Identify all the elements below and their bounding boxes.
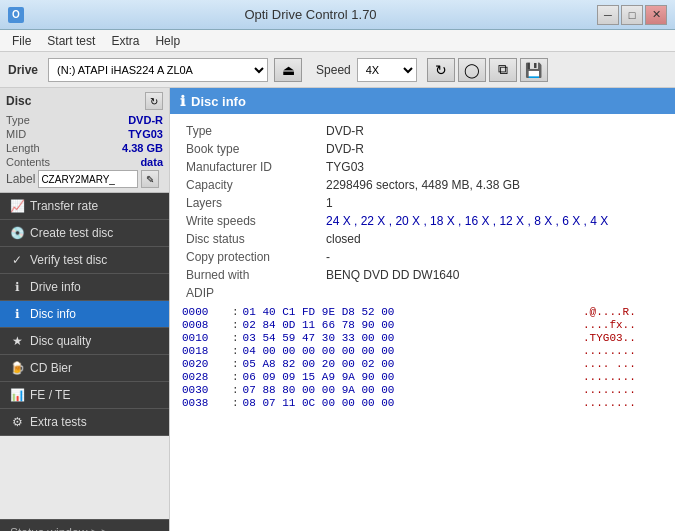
nav-disc-quality[interactable]: ★ Disc quality <box>0 328 169 355</box>
nav-verify-test-disc[interactable]: ✓ Verify test disc <box>0 247 169 274</box>
adip-row: 0038 : 08 07 11 0C 00 00 00 00........ <box>182 397 663 409</box>
info-row: Book typeDVD-R <box>182 140 663 158</box>
nav-drive-info[interactable]: ℹ Drive info <box>0 274 169 301</box>
disc-section: Disc ↻ Type DVD-R MID TYG03 Length 4.38 … <box>0 88 169 193</box>
save-button[interactable]: 💾 <box>520 58 548 82</box>
adip-row: 0030 : 07 88 80 00 00 9A 00 00........ <box>182 384 663 396</box>
menu-start-test[interactable]: Start test <box>39 32 103 50</box>
verify-test-disc-icon: ✓ <box>10 253 24 267</box>
disc-label-row: Label ✎ <box>6 170 163 188</box>
menu-bar: File Start test Extra Help <box>0 30 675 52</box>
disc-info-icon: ℹ <box>10 307 24 321</box>
adip-row: 0018 : 04 00 00 00 00 00 00 00........ <box>182 345 663 357</box>
disc-info-header-icon: ℹ <box>180 93 185 109</box>
transfer-rate-icon: 📈 <box>10 199 24 213</box>
info-row: Copy protection- <box>182 248 663 266</box>
adip-row: 0008 : 02 84 0D 11 66 78 90 00....fx.. <box>182 319 663 331</box>
eject-button[interactable]: ⏏ <box>274 58 302 82</box>
title-bar: O Opti Drive Control 1.70 ─ □ ✕ <box>0 0 675 30</box>
disc-section-title: Disc <box>6 94 31 108</box>
right-panel: ℹ Disc info TypeDVD-RBook typeDVD-RManuf… <box>170 88 675 531</box>
window-controls: ─ □ ✕ <box>597 5 667 25</box>
cd-bier-icon: 🍺 <box>10 361 24 375</box>
nav-transfer-rate[interactable]: 📈 Transfer rate <box>0 193 169 220</box>
disc-info-header: ℹ Disc info <box>170 88 675 114</box>
disc-refresh-button[interactable]: ↻ <box>145 92 163 110</box>
extra-tests-icon: ⚙ <box>10 415 24 429</box>
status-window-button[interactable]: Status window > > <box>0 519 169 531</box>
app-title: Opti Drive Control 1.70 <box>24 7 597 22</box>
disc-quality-icon: ★ <box>10 334 24 348</box>
speed-select[interactable]: 4X <box>357 58 417 82</box>
disc-info-header-title: Disc info <box>191 94 246 109</box>
info-row: TypeDVD-R <box>182 122 663 140</box>
drive-info-icon: ℹ <box>10 280 24 294</box>
info-row: Write speeds24 X , 22 X , 20 X , 18 X , … <box>182 212 663 230</box>
info-row: Manufacturer IDTYG03 <box>182 158 663 176</box>
nav-items: 📈 Transfer rate 💿 Create test disc ✓ Ver… <box>0 193 169 519</box>
nav-create-test-disc[interactable]: 💿 Create test disc <box>0 220 169 247</box>
nav-fe-te[interactable]: 📊 FE / TE <box>0 382 169 409</box>
disc-type-row: Type DVD-R <box>6 114 163 126</box>
adip-row: 0020 : 05 A8 82 00 20 00 02 00.... ... <box>182 358 663 370</box>
info-table: TypeDVD-RBook typeDVD-RManufacturer IDTY… <box>182 122 663 302</box>
copy-button[interactable]: ⧉ <box>489 58 517 82</box>
disc-info-content: TypeDVD-RBook typeDVD-RManufacturer IDTY… <box>170 114 675 531</box>
left-panel: Disc ↻ Type DVD-R MID TYG03 Length 4.38 … <box>0 88 170 531</box>
disc-label-input[interactable] <box>38 170 138 188</box>
menu-extra[interactable]: Extra <box>103 32 147 50</box>
maximize-button[interactable]: □ <box>621 5 643 25</box>
erase-button[interactable]: ◯ <box>458 58 486 82</box>
drive-select[interactable]: (N:) ATAPI iHAS224 A ZL0A <box>48 58 268 82</box>
refresh-button[interactable]: ↻ <box>427 58 455 82</box>
info-row: Layers1 <box>182 194 663 212</box>
nav-extra-tests[interactable]: ⚙ Extra tests <box>0 409 169 436</box>
disc-contents-row: Contents data <box>6 156 163 168</box>
disc-length-row: Length 4.38 GB <box>6 142 163 154</box>
drive-bar: Drive (N:) ATAPI iHAS224 A ZL0A ⏏ Speed … <box>0 52 675 88</box>
menu-file[interactable]: File <box>4 32 39 50</box>
adip-section: 0000 : 01 40 C1 FD 9E D8 52 00.@....R.00… <box>182 306 663 409</box>
adip-row: 0000 : 01 40 C1 FD 9E D8 52 00.@....R. <box>182 306 663 318</box>
fe-te-icon: 📊 <box>10 388 24 402</box>
minimize-button[interactable]: ─ <box>597 5 619 25</box>
toolbar-buttons: ↻ ◯ ⧉ 💾 <box>427 58 548 82</box>
menu-help[interactable]: Help <box>147 32 188 50</box>
drive-label: Drive <box>8 63 38 77</box>
adip-row: 0028 : 06 09 09 15 A9 9A 90 00........ <box>182 371 663 383</box>
close-button[interactable]: ✕ <box>645 5 667 25</box>
create-test-disc-icon: 💿 <box>10 226 24 240</box>
main-area: Disc ↻ Type DVD-R MID TYG03 Length 4.38 … <box>0 88 675 531</box>
info-row: Disc statusclosed <box>182 230 663 248</box>
disc-label-edit-button[interactable]: ✎ <box>141 170 159 188</box>
info-row: ADIP <box>182 284 663 302</box>
adip-row: 0010 : 03 54 59 47 30 33 00 00.TYG03.. <box>182 332 663 344</box>
nav-cd-bier[interactable]: 🍺 CD Bier <box>0 355 169 382</box>
nav-disc-info[interactable]: ℹ Disc info <box>0 301 169 328</box>
info-row: Burned withBENQ DVD DD DW1640 <box>182 266 663 284</box>
info-row: Capacity2298496 sectors, 4489 MB, 4.38 G… <box>182 176 663 194</box>
speed-label: Speed <box>316 63 351 77</box>
app-icon: O <box>8 7 24 23</box>
disc-mid-row: MID TYG03 <box>6 128 163 140</box>
